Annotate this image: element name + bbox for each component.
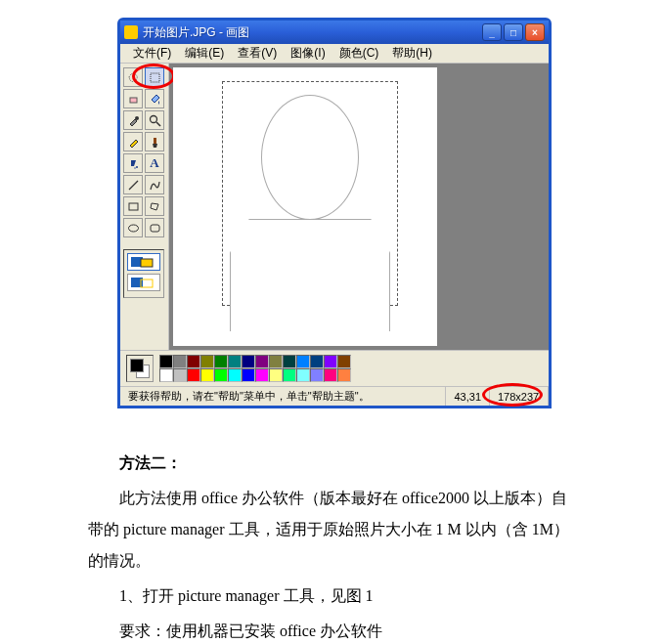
svg-rect-13 [141, 259, 153, 267]
svg-point-3 [150, 115, 156, 122]
window-title: 开始图片.JPG - 画图 [143, 24, 482, 41]
svg-point-2 [135, 116, 139, 120]
menu-view[interactable]: 查看(V) [231, 44, 284, 63]
color-swatch[interactable] [228, 355, 242, 368]
svg-rect-1 [130, 98, 137, 103]
tool-options [123, 249, 164, 298]
maximize-button[interactable]: □ [504, 23, 523, 41]
tool-polygon[interactable] [145, 196, 164, 216]
color-foreground-background[interactable] [126, 355, 154, 382]
canvas[interactable] [173, 67, 437, 346]
app-icon [124, 25, 138, 39]
color-swatch[interactable] [255, 355, 269, 368]
option-transparent-off[interactable] [127, 253, 160, 271]
foreground-swatch [130, 359, 144, 372]
color-swatch[interactable] [283, 355, 296, 368]
menu-file[interactable]: 文件(F) [126, 44, 178, 63]
color-swatch[interactable] [310, 355, 324, 368]
tool-roundrect[interactable] [145, 218, 164, 237]
tool-curve[interactable] [145, 175, 164, 194]
svg-rect-0 [151, 73, 159, 82]
svg-rect-5 [154, 138, 156, 144]
color-swatch[interactable] [269, 355, 283, 368]
tool-text[interactable]: A [145, 153, 164, 173]
color-swatch[interactable] [214, 368, 228, 382]
svg-line-4 [156, 122, 160, 126]
status-dimensions: 178x237 [490, 387, 549, 406]
tool-line[interactable] [123, 175, 143, 194]
color-swatch[interactable] [159, 355, 173, 368]
color-swatch[interactable] [173, 368, 187, 382]
color-swatch[interactable] [173, 355, 187, 368]
tool-pencil[interactable] [123, 132, 143, 151]
drawing-head [261, 95, 359, 220]
color-swatch[interactable] [324, 368, 337, 382]
tool-ellipse[interactable] [123, 218, 143, 237]
statusbar: 要获得帮助，请在"帮助"菜单中，单击"帮助主题"。 43,31 178x237 [120, 386, 549, 406]
color-swatch[interactable] [269, 368, 283, 382]
color-swatch[interactable] [242, 355, 255, 368]
color-swatch[interactable] [283, 368, 296, 382]
color-swatch[interactable] [310, 368, 324, 382]
mspaint-window: 开始图片.JPG - 画图 _ □ × 文件(F) 编辑(E) 查看(V) 图像… [117, 18, 552, 408]
menu-color[interactable]: 颜色(C) [332, 44, 386, 63]
color-swatch[interactable] [242, 368, 255, 382]
color-swatch[interactable] [187, 368, 200, 382]
color-swatch[interactable] [214, 355, 228, 368]
status-help: 要获得帮助，请在"帮助"菜单中，单击"帮助主题"。 [120, 387, 446, 406]
canvas-overflow [437, 67, 545, 346]
color-swatch[interactable] [324, 355, 337, 368]
tool-magnify[interactable] [145, 110, 164, 130]
svg-point-7 [134, 167, 135, 168]
canvas-area [169, 64, 549, 350]
color-swatch[interactable] [296, 368, 310, 382]
color-palette [120, 350, 549, 386]
color-swatch[interactable] [296, 355, 310, 368]
color-swatch[interactable] [337, 355, 351, 368]
tool-picker[interactable] [123, 110, 143, 130]
status-coords: 43,31 [446, 387, 490, 406]
svg-rect-11 [151, 225, 159, 232]
menubar: 文件(F) 编辑(E) 查看(V) 图像(I) 颜色(C) 帮助(H) [120, 44, 549, 64]
color-swatch[interactable] [337, 368, 351, 382]
color-swatch[interactable] [255, 368, 269, 382]
tool-brush[interactable] [145, 132, 164, 151]
workspace: A [120, 64, 549, 350]
color-swatch[interactable] [187, 355, 200, 368]
svg-rect-9 [129, 203, 138, 210]
color-swatch[interactable] [200, 355, 214, 368]
article-heading: 方法二： [88, 448, 575, 479]
option-transparent-on[interactable] [127, 274, 160, 291]
article-p3: 要求：使用机器已安装 office 办公软件 [88, 616, 575, 644]
drawing-body [230, 219, 390, 331]
tool-freeform-select[interactable] [123, 67, 143, 87]
minimize-button[interactable]: _ [482, 23, 502, 41]
tool-rect-select[interactable] [145, 67, 164, 87]
color-swatch[interactable] [159, 368, 173, 382]
menu-image[interactable]: 图像(I) [284, 44, 332, 63]
tool-airbrush[interactable] [123, 153, 143, 173]
tool-fill[interactable] [145, 89, 164, 108]
close-button[interactable]: × [525, 23, 545, 41]
article-text: 方法二： 此方法使用 office 办公软件（版本最好在 office2000 … [0, 408, 663, 644]
color-swatch[interactable] [200, 368, 214, 382]
color-swatch[interactable] [228, 368, 242, 382]
titlebar[interactable]: 开始图片.JPG - 画图 _ □ × [120, 21, 549, 44]
tool-eraser[interactable] [123, 89, 143, 108]
menu-help[interactable]: 帮助(H) [385, 44, 439, 63]
article-p1: 此方法使用 office 办公软件（版本最好在 office2000 以上版本）… [88, 483, 575, 577]
svg-point-10 [128, 225, 138, 232]
menu-edit[interactable]: 编辑(E) [178, 44, 231, 63]
svg-point-6 [136, 166, 138, 168]
article-p2: 1、打开 picture manager 工具，见图 1 [88, 580, 575, 612]
svg-line-8 [129, 181, 138, 190]
tool-rect[interactable] [123, 196, 143, 216]
toolbox: A [120, 64, 169, 350]
